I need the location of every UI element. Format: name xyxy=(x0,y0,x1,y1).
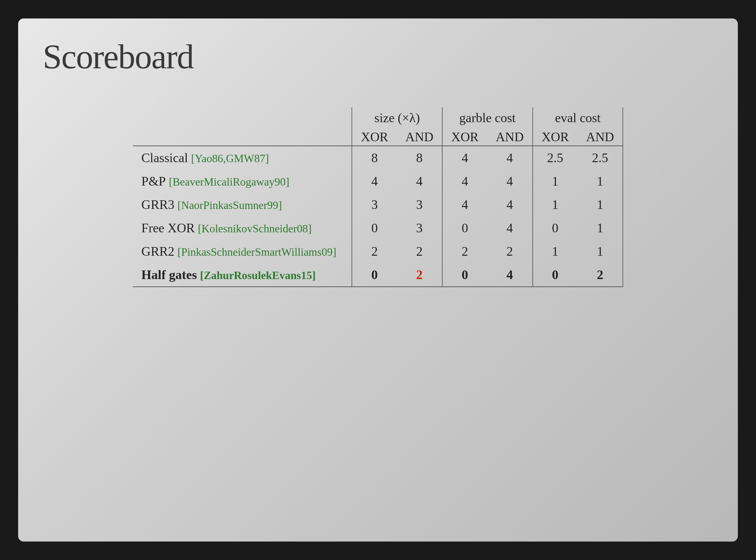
row-name: GRR3 xyxy=(142,198,175,212)
value-cell: 4 xyxy=(442,193,487,216)
row-label-cell: Half gates[ZahurRosulekEvans15] xyxy=(133,263,352,287)
value-cell: 2 xyxy=(352,240,397,263)
eval-cost-group-header: eval cost xyxy=(533,107,623,128)
value-cell: 0 xyxy=(352,263,397,287)
value-cell: 0 xyxy=(442,216,487,240)
size-group-header: size (×λ) xyxy=(352,107,442,128)
value-cell: 4 xyxy=(487,263,533,287)
value-cell: 2 xyxy=(442,240,487,263)
value-cell: 2 xyxy=(487,240,533,263)
table-container: size (×λ) garble cost eval cost XOR AND … xyxy=(43,107,713,287)
eval-xor-header: XOR xyxy=(533,128,578,146)
value-cell: 2 xyxy=(397,263,442,287)
value-cell: 4 xyxy=(397,169,442,193)
table-row: Half gates[ZahurRosulekEvans15]020402 xyxy=(133,263,623,287)
row-name: P&P xyxy=(142,174,166,188)
value-cell: 3 xyxy=(397,216,442,240)
value-cell: 2.5 xyxy=(533,146,578,169)
slide: Scoreboard size (×λ) garble cost eval co… xyxy=(18,18,738,542)
row-label-cell: Classical[Yao86,GMW87] xyxy=(133,146,352,169)
value-cell: 8 xyxy=(397,146,442,169)
row-ref: [ZahurRosulekEvans15] xyxy=(200,269,315,282)
eval-and-header: AND xyxy=(577,128,623,146)
table-row: GRR3[NaorPinkasSumner99]334411 xyxy=(133,193,623,216)
value-cell: 4 xyxy=(352,169,397,193)
size-and-header: AND xyxy=(397,128,442,146)
row-ref: [BeaverMicaliRogaway90] xyxy=(169,176,289,188)
value-cell: 1 xyxy=(533,240,578,263)
value-cell: 1 xyxy=(577,169,623,193)
row-name: Free XOR xyxy=(142,221,195,235)
row-ref: [PinkasSchneiderSmartWilliams09] xyxy=(178,246,336,258)
row-name: Half gates xyxy=(142,268,197,282)
row-label-spacer xyxy=(133,128,352,146)
value-cell: 2 xyxy=(577,263,623,287)
size-xor-header: XOR xyxy=(352,128,397,146)
value-cell: 4 xyxy=(487,193,533,216)
table-row: P&P[BeaverMicaliRogaway90]444411 xyxy=(133,169,623,193)
table-row: Free XOR[KolesnikovSchneider08]030401 xyxy=(133,216,623,240)
value-cell: 1 xyxy=(577,240,623,263)
value-cell: 3 xyxy=(352,193,397,216)
row-label-cell: Free XOR[KolesnikovSchneider08] xyxy=(133,216,352,240)
row-name: Classical xyxy=(142,151,188,165)
row-ref: [NaorPinkasSumner99] xyxy=(178,199,282,212)
garble-cost-group-header: garble cost xyxy=(442,107,533,128)
value-cell: 0 xyxy=(352,216,397,240)
table-row: GRR2[PinkasSchneiderSmartWilliams09]2222… xyxy=(133,240,623,263)
subheader-row: XOR AND XOR AND XOR AND xyxy=(133,128,623,146)
column-group-header-row: size (×λ) garble cost eval cost xyxy=(133,107,623,128)
value-cell: 1 xyxy=(533,193,578,216)
scoreboard-table: size (×λ) garble cost eval cost XOR AND … xyxy=(133,107,624,287)
value-cell: 1 xyxy=(533,169,578,193)
row-label-cell: GRR3[NaorPinkasSumner99] xyxy=(133,193,352,216)
row-name: GRR2 xyxy=(142,244,175,258)
value-cell: 4 xyxy=(442,146,487,169)
row-ref: [KolesnikovSchneider08] xyxy=(198,222,311,235)
value-cell: 1 xyxy=(577,193,623,216)
value-cell: 0 xyxy=(533,216,578,240)
value-cell: 0 xyxy=(442,263,487,287)
value-cell: 2 xyxy=(397,240,442,263)
value-cell: 4 xyxy=(487,169,533,193)
garble-xor-header: XOR xyxy=(442,128,487,146)
value-cell: 4 xyxy=(442,169,487,193)
value-cell: 4 xyxy=(487,146,533,169)
row-ref: [Yao86,GMW87] xyxy=(191,152,269,165)
garble-and-header: AND xyxy=(487,128,533,146)
table-row: Classical[Yao86,GMW87]88442.52.5 xyxy=(133,146,623,169)
value-cell: 4 xyxy=(487,216,533,240)
row-label-cell: GRR2[PinkasSchneiderSmartWilliams09] xyxy=(133,240,352,263)
value-cell: 1 xyxy=(577,216,623,240)
spacer-header xyxy=(133,107,352,128)
value-cell: 8 xyxy=(352,146,397,169)
value-cell: 2.5 xyxy=(577,146,623,169)
value-cell: 0 xyxy=(533,263,578,287)
value-cell: 3 xyxy=(397,193,442,216)
row-label-cell: P&P[BeaverMicaliRogaway90] xyxy=(133,169,352,193)
page-title: Scoreboard xyxy=(43,37,713,77)
